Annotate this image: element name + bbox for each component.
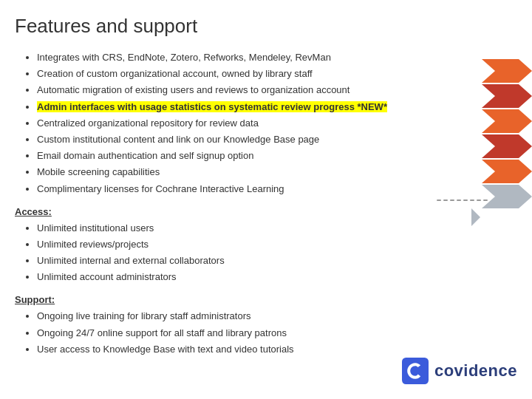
chevron-orange-2 xyxy=(482,109,532,133)
feature-item: Email domain authentication and self sig… xyxy=(37,149,458,163)
access-item: Unlimited reviews/projects xyxy=(37,238,458,251)
decorative-chevrons xyxy=(482,59,532,208)
support-item: User access to Knowledge Base with text … xyxy=(37,343,458,356)
page-title: Features and support xyxy=(15,15,458,38)
features-list: Integrates with CRS, EndNote, Zotero, Re… xyxy=(15,51,458,196)
dashed-line xyxy=(437,200,488,201)
svg-marker-3 xyxy=(482,134,532,158)
svg-marker-6 xyxy=(471,208,480,226)
feature-item: Integrates with CRS, EndNote, Zotero, Re… xyxy=(37,51,458,64)
support-item: Ongoing live training for library staff … xyxy=(37,310,458,323)
svg-rect-7 xyxy=(402,358,429,384)
svg-marker-5 xyxy=(482,185,532,208)
access-item: Unlimited institutional users xyxy=(37,222,458,235)
chevron-orange-3 xyxy=(482,160,532,183)
logo-area: covidence xyxy=(402,358,517,384)
feature-item: Creation of custom organizational accoun… xyxy=(37,67,458,81)
small-arrow xyxy=(471,208,486,228)
covidence-logo-icon xyxy=(402,358,429,384)
support-item: Ongoing 24/7 online support for all staf… xyxy=(37,327,458,340)
chevron-red-2 xyxy=(482,134,532,158)
svg-marker-1 xyxy=(482,84,532,108)
main-content: Features and support Integrates with CRS… xyxy=(0,0,473,378)
support-list: Ongoing live training for library staff … xyxy=(15,310,458,356)
feature-item: Custom institutional content and link on… xyxy=(37,133,458,146)
covidence-logo-text: covidence xyxy=(434,361,517,381)
support-label: Support: xyxy=(15,294,458,305)
access-list: Unlimited institutional usersUnlimited r… xyxy=(15,222,458,284)
feature-item: Complimentary licenses for Cochrane Inte… xyxy=(37,183,458,196)
feature-item: Mobile screening capabilities xyxy=(37,166,458,179)
access-item: Unlimited account administrators xyxy=(37,270,458,284)
chevron-orange-1 xyxy=(482,59,532,83)
svg-marker-2 xyxy=(482,109,532,133)
chevron-red-1 xyxy=(482,84,532,108)
svg-marker-0 xyxy=(482,59,532,83)
feature-item: Automatic migration of existing users an… xyxy=(37,83,458,97)
access-label: Access: xyxy=(15,206,458,217)
access-item: Unlimited internal and external collabor… xyxy=(37,254,458,267)
chevron-gray-1 xyxy=(482,185,532,208)
feature-item: Admin interfaces with usage statistics o… xyxy=(37,100,458,114)
feature-item: Centralized organizational repository fo… xyxy=(37,117,458,130)
svg-marker-4 xyxy=(482,160,532,183)
